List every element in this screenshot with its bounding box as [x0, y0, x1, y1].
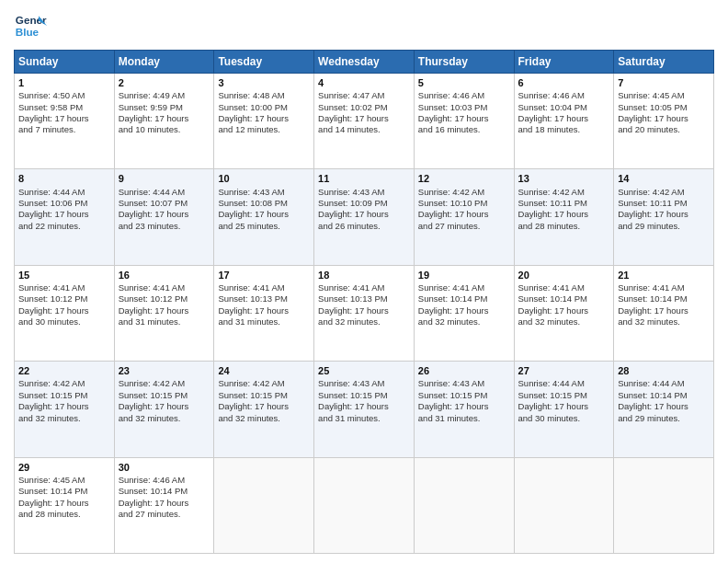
day-info-line: Daylight: 17 hours — [218, 209, 310, 220]
day-info-line: Sunset: 10:02 PM — [318, 102, 410, 113]
day-number: 28 — [618, 364, 710, 377]
day-info-line: Sunrise: 4:45 AM — [618, 90, 710, 101]
calendar-cell: 15Sunrise: 4:41 AMSunset: 10:12 PMDaylig… — [15, 265, 115, 361]
day-info-line: and 29 minutes. — [618, 413, 710, 424]
day-info-line: Sunrise: 4:48 AM — [218, 90, 310, 101]
day-info-line: Daylight: 17 hours — [518, 209, 610, 220]
day-info-line: Daylight: 17 hours — [618, 305, 710, 316]
day-info-line: Sunset: 10:14 PM — [418, 293, 510, 304]
day-info-line: Sunset: 9:58 PM — [18, 102, 110, 113]
day-info-line: Sunrise: 4:49 AM — [119, 90, 210, 101]
calendar-cell — [314, 457, 415, 553]
day-info-line: and 22 minutes. — [18, 221, 110, 232]
day-info-line: Sunset: 10:11 PM — [618, 198, 710, 209]
day-number: 21 — [618, 269, 710, 282]
day-info-line: and 29 minutes. — [618, 221, 710, 232]
calendar-cell: 9Sunrise: 4:44 AMSunset: 10:07 PMDayligh… — [114, 169, 214, 265]
day-info-line: Daylight: 17 hours — [119, 401, 210, 412]
day-info-line: and 32 minutes. — [618, 316, 710, 327]
day-info-line: Daylight: 17 hours — [18, 498, 110, 509]
weekday-thursday: Thursday — [414, 51, 514, 74]
day-info-line: Sunrise: 4:46 AM — [418, 90, 510, 101]
day-info-line: and 27 minutes. — [119, 509, 210, 520]
day-number: 13 — [518, 172, 610, 185]
calendar-table: SundayMondayTuesdayWednesdayThursdayFrid… — [14, 50, 714, 554]
day-info-line: Sunrise: 4:43 AM — [318, 378, 410, 389]
day-info-line: and 7 minutes. — [18, 124, 110, 135]
calendar-week-4: 22Sunrise: 4:42 AMSunset: 10:15 PMDaylig… — [15, 362, 714, 457]
calendar-week-2: 8Sunrise: 4:44 AMSunset: 10:06 PMDayligh… — [15, 169, 714, 265]
day-info-line: Sunrise: 4:41 AM — [318, 282, 410, 293]
day-number: 8 — [18, 172, 110, 185]
day-info-line: Sunrise: 4:43 AM — [418, 378, 510, 389]
day-info-line: Sunset: 10:03 PM — [418, 102, 510, 113]
day-info-line: Sunrise: 4:42 AM — [618, 187, 710, 198]
day-info-line: Sunset: 10:15 PM — [518, 390, 610, 401]
day-info-line: Sunrise: 4:44 AM — [18, 187, 110, 198]
calendar-cell: 1Sunrise: 4:50 AMSunset: 9:58 PMDaylight… — [15, 74, 115, 169]
day-info-line: Sunset: 10:08 PM — [218, 198, 310, 209]
calendar-cell: 23Sunrise: 4:42 AMSunset: 10:15 PMDaylig… — [114, 362, 214, 457]
day-info-line: and 30 minutes. — [18, 316, 110, 327]
day-number: 9 — [119, 172, 210, 185]
day-number: 4 — [318, 76, 410, 89]
day-info-line: and 23 minutes. — [119, 221, 210, 232]
day-info-line: Sunset: 10:14 PM — [618, 293, 710, 304]
day-info-line: Sunrise: 4:42 AM — [119, 378, 210, 389]
day-info-line: Daylight: 17 hours — [218, 113, 310, 124]
day-info-line: Sunrise: 4:41 AM — [518, 282, 610, 293]
day-number: 29 — [18, 461, 110, 474]
day-info-line: Daylight: 17 hours — [18, 401, 110, 412]
day-info-line: Sunrise: 4:41 AM — [418, 282, 510, 293]
day-number: 17 — [218, 269, 310, 282]
day-info-line: Daylight: 17 hours — [119, 498, 210, 509]
day-info-line: Sunset: 10:15 PM — [418, 390, 510, 401]
day-number: 11 — [318, 172, 410, 185]
day-info-line: Daylight: 17 hours — [119, 113, 210, 124]
day-info-line: Sunrise: 4:41 AM — [618, 282, 710, 293]
day-info-line: and 12 minutes. — [218, 124, 310, 135]
calendar-cell: 11Sunrise: 4:43 AMSunset: 10:09 PMDaylig… — [314, 169, 415, 265]
calendar-cell: 3Sunrise: 4:48 AMSunset: 10:00 PMDayligh… — [214, 74, 314, 169]
weekday-sunday: Sunday — [15, 51, 115, 74]
day-number: 24 — [218, 364, 310, 377]
day-info-line: Sunrise: 4:43 AM — [218, 187, 310, 198]
day-info-line: Daylight: 17 hours — [18, 209, 110, 220]
day-info-line: Sunrise: 4:44 AM — [618, 378, 710, 389]
calendar-cell: 13Sunrise: 4:42 AMSunset: 10:11 PMDaylig… — [514, 169, 614, 265]
day-info-line: Sunset: 10:04 PM — [518, 102, 610, 113]
day-info-line: Daylight: 17 hours — [518, 401, 610, 412]
day-number: 20 — [518, 269, 610, 282]
day-info-line: and 28 minutes. — [518, 221, 610, 232]
day-info-line: Sunrise: 4:46 AM — [518, 90, 610, 101]
calendar-cell — [614, 457, 714, 553]
day-info-line: Sunrise: 4:44 AM — [119, 187, 210, 198]
calendar-cell: 29Sunrise: 4:45 AMSunset: 10:14 PMDaylig… — [15, 457, 115, 553]
weekday-header-row: SundayMondayTuesdayWednesdayThursdayFrid… — [15, 51, 714, 74]
calendar-cell: 7Sunrise: 4:45 AMSunset: 10:05 PMDayligh… — [614, 74, 714, 169]
calendar-cell: 12Sunrise: 4:42 AMSunset: 10:10 PMDaylig… — [414, 169, 514, 265]
calendar-cell: 20Sunrise: 4:41 AMSunset: 10:14 PMDaylig… — [514, 265, 614, 361]
day-info-line: Daylight: 17 hours — [318, 209, 410, 220]
day-info-line: Daylight: 17 hours — [418, 401, 510, 412]
day-info-line: Sunrise: 4:42 AM — [518, 187, 610, 198]
day-info-line: and 14 minutes. — [318, 124, 410, 135]
day-info-line: Daylight: 17 hours — [318, 113, 410, 124]
calendar-week-3: 15Sunrise: 4:41 AMSunset: 10:12 PMDaylig… — [15, 265, 714, 361]
day-info-line: Sunset: 10:15 PM — [218, 390, 310, 401]
calendar-cell: 24Sunrise: 4:42 AMSunset: 10:15 PMDaylig… — [214, 362, 314, 457]
day-info-line: Sunset: 10:10 PM — [418, 198, 510, 209]
day-number: 16 — [119, 269, 210, 282]
logo: General Blue — [14, 9, 47, 42]
day-number: 1 — [18, 76, 110, 89]
day-number: 12 — [418, 172, 510, 185]
calendar-cell: 10Sunrise: 4:43 AMSunset: 10:08 PMDaylig… — [214, 169, 314, 265]
day-info-line: and 31 minutes. — [218, 316, 310, 327]
day-info-line: and 32 minutes. — [518, 316, 610, 327]
day-info-line: Daylight: 17 hours — [618, 209, 710, 220]
weekday-wednesday: Wednesday — [314, 51, 415, 74]
day-number: 18 — [318, 269, 410, 282]
weekday-monday: Monday — [114, 51, 214, 74]
day-info-line: and 20 minutes. — [618, 124, 710, 135]
day-info-line: Daylight: 17 hours — [18, 113, 110, 124]
